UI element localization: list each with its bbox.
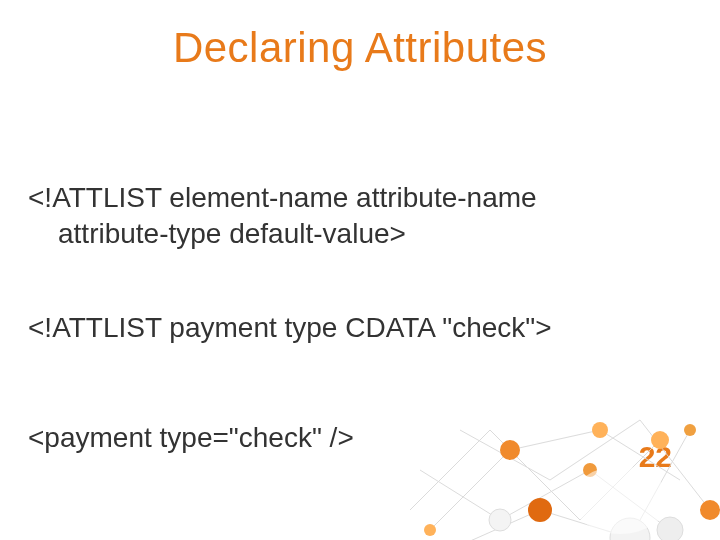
svg-point-2 [528, 498, 552, 522]
slide-title: Declaring Attributes [0, 24, 720, 72]
svg-point-7 [489, 509, 511, 531]
code-block-example-attlist: <!ATTLIST payment type CDATA "check"> [28, 310, 692, 346]
code-block-syntax: <!ATTLIST element-name attribute-name at… [28, 180, 692, 253]
page-number: 22 [639, 440, 672, 474]
svg-point-4 [583, 463, 597, 477]
code-line: <!ATTLIST payment type CDATA "check"> [28, 312, 552, 343]
svg-point-12 [572, 466, 668, 534]
code-line: attribute-type default-value> [28, 216, 692, 252]
svg-point-10 [700, 500, 720, 520]
svg-point-3 [610, 518, 650, 540]
svg-point-11 [424, 524, 436, 536]
code-block-example-element: <payment type="check" /> [28, 420, 692, 456]
svg-point-5 [657, 517, 683, 540]
code-line: <payment type="check" /> [28, 422, 354, 453]
code-line: <!ATTLIST element-name attribute-name [28, 182, 537, 213]
slide: Declaring Attributes <!ATTLIST element-n… [0, 0, 720, 540]
